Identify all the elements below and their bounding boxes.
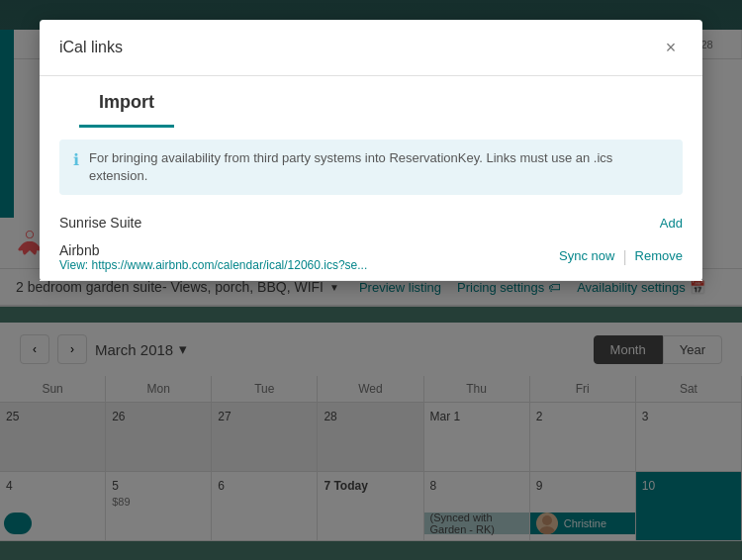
- info-text: For bringing availability from third par…: [89, 149, 669, 185]
- modal-close-button[interactable]: ×: [659, 36, 683, 59]
- sunrise-suite-label: Sunrise Suite: [59, 215, 141, 231]
- info-box: ℹ For bringing availability from third p…: [59, 140, 683, 195]
- add-link[interactable]: Add: [660, 216, 683, 231]
- modal-header: iCal links ×: [40, 20, 702, 76]
- modal-body: Import ℹ For bringing availability from …: [40, 76, 702, 281]
- remove-link[interactable]: Remove: [635, 248, 683, 266]
- import-section-title: Import: [79, 76, 174, 128]
- separator: |: [622, 248, 626, 266]
- sunrise-suite-row: Sunrise Suite Add: [40, 207, 702, 238]
- airbnb-import-row: Airbnb View: https://www.airbnb.com/cale…: [40, 238, 702, 281]
- info-icon: ℹ: [73, 150, 79, 169]
- airbnb-name: Airbnb: [59, 242, 367, 258]
- sync-now-link[interactable]: Sync now: [559, 248, 614, 266]
- modal-title: iCal links: [59, 39, 123, 56]
- airbnb-actions: Sync now | Remove: [559, 248, 683, 266]
- ical-modal: iCal links × Import ℹ For bringing avail…: [40, 20, 702, 281]
- airbnb-url: View: https://www.airbnb.com/calendar/ic…: [59, 258, 367, 272]
